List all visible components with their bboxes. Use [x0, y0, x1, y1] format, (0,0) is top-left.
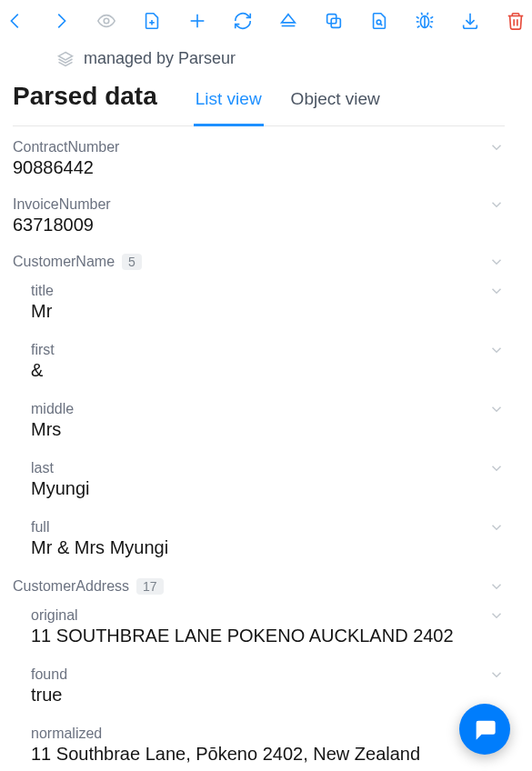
customer-name-subfields: title Mr first & middle Mrs [13, 283, 505, 558]
debug-button[interactable] [415, 11, 435, 31]
svg-line-14 [430, 16, 433, 18]
chevron-down-icon [488, 460, 505, 476]
field-label: found [31, 666, 67, 683]
subfield-head[interactable]: normalized [31, 726, 505, 742]
chevron-right-icon [51, 11, 71, 31]
field-value: & [31, 360, 505, 381]
field-head-customer-address[interactable]: CustomerAddress 17 [13, 578, 505, 595]
subfield-head[interactable]: middle [31, 401, 505, 417]
delete-button[interactable] [506, 11, 526, 31]
copy-button[interactable] [324, 11, 344, 31]
field-head-contract-number[interactable]: ContractNumber [13, 139, 505, 155]
chat-fab[interactable] [459, 704, 510, 755]
svg-line-20 [427, 13, 428, 15]
field-contract-number: ContractNumber 90886442 [13, 139, 505, 178]
field-value: 63718009 [13, 215, 505, 235]
field-label: full [31, 519, 49, 536]
chevron-down-icon [488, 578, 505, 595]
subfield-head[interactable]: title [31, 283, 505, 299]
page-title: Parsed data [13, 82, 157, 125]
tab-list-view[interactable]: List view [194, 89, 264, 126]
chat-icon [472, 716, 497, 742]
subfield-first: first & [31, 342, 505, 381]
field-label: original [31, 607, 78, 624]
field-label: CustomerName [13, 254, 115, 270]
subfield-head[interactable]: original [31, 607, 505, 624]
svg-line-17 [417, 26, 420, 28]
trash-icon [506, 11, 526, 31]
file-search-icon [369, 11, 389, 31]
subfield-last: last Myungi [31, 460, 505, 499]
chevron-down-icon [488, 342, 505, 358]
subfield-normalized: normalized 11 Southbrae Lane, Pōkeno 240… [31, 726, 505, 765]
add-button[interactable] [187, 11, 207, 31]
field-label: middle [31, 401, 74, 417]
count-badge: 17 [136, 578, 164, 595]
subfield-head[interactable]: last [31, 460, 505, 476]
field-customer-name: CustomerName 5 title Mr first & [13, 254, 505, 558]
subfield-head[interactable]: found [31, 666, 505, 683]
chevron-down-icon [488, 666, 505, 683]
chevron-down-icon [488, 254, 505, 270]
chevron-down-icon [488, 519, 505, 536]
subfield-head[interactable]: first [31, 342, 505, 358]
bug-icon [415, 11, 435, 31]
header-row: Parsed data List view Object view [13, 82, 505, 126]
chevron-down-icon [488, 139, 505, 155]
svg-marker-5 [282, 15, 296, 23]
chevron-down-icon [488, 283, 505, 299]
chevron-down-icon [488, 607, 505, 624]
field-value: Mr & Mrs Myungi [31, 537, 505, 558]
field-value: Myungi [31, 478, 505, 499]
search-file-button[interactable] [369, 11, 389, 31]
new-file-button[interactable] [142, 11, 162, 31]
layers-icon [56, 50, 75, 68]
field-head-invoice-number[interactable]: InvoiceNumber [13, 196, 505, 213]
chevron-down-icon [488, 196, 505, 213]
refresh-icon [233, 11, 253, 31]
copy-icon [324, 11, 344, 31]
field-invoice-number: InvoiceNumber 63718009 [13, 196, 505, 235]
field-value: 90886442 [13, 157, 505, 178]
svg-line-19 [421, 13, 422, 15]
field-head-customer-name[interactable]: CustomerName 5 [13, 254, 505, 270]
subfield-original: original 11 SOUTHBRAE LANE POKENO AUCKLA… [31, 607, 505, 646]
field-value: Mrs [31, 419, 505, 440]
eye-icon [96, 11, 116, 31]
chevron-down-icon [488, 401, 505, 417]
svg-point-0 [104, 18, 109, 24]
field-label: CustomerAddress [13, 578, 129, 595]
field-value: Mr [31, 301, 505, 322]
field-label: last [31, 460, 54, 476]
svg-point-9 [376, 20, 381, 25]
eject-icon [278, 11, 298, 31]
visibility-button [96, 11, 116, 31]
field-customer-address: CustomerAddress 17 original 11 SOUTHBRAE… [13, 578, 505, 765]
tab-object-view[interactable]: Object view [289, 89, 382, 126]
subfield-full: full Mr & Mrs Myungi [31, 519, 505, 558]
field-label: title [31, 283, 54, 299]
download-button[interactable] [460, 11, 480, 31]
content-scroll[interactable]: Parsed data List view Object view Contra… [0, 82, 523, 771]
download-icon [460, 11, 480, 31]
field-label: normalized [31, 726, 102, 742]
toolbar [0, 0, 532, 40]
subfield-head[interactable]: full [31, 519, 505, 536]
tabs: List view Object view [194, 89, 382, 125]
refresh-button[interactable] [233, 11, 253, 31]
subfield-title: title Mr [31, 283, 505, 322]
eject-button[interactable] [278, 11, 298, 31]
prev-button[interactable] [5, 11, 25, 31]
count-badge: 5 [122, 254, 142, 270]
next-button[interactable] [51, 11, 71, 31]
svg-line-13 [417, 16, 419, 18]
plus-icon [187, 11, 207, 31]
field-label: InvoiceNumber [13, 196, 111, 213]
file-plus-icon [142, 11, 162, 31]
field-value: 11 SOUTHBRAE LANE POKENO AUCKLAND 2402 [31, 626, 505, 646]
managed-by-line: managed by Parseur [0, 40, 532, 83]
subfield-middle: middle Mrs [31, 401, 505, 440]
svg-line-10 [380, 24, 382, 25]
subfield-found: found true [31, 666, 505, 706]
managed-by-text: managed by Parseur [84, 49, 236, 68]
